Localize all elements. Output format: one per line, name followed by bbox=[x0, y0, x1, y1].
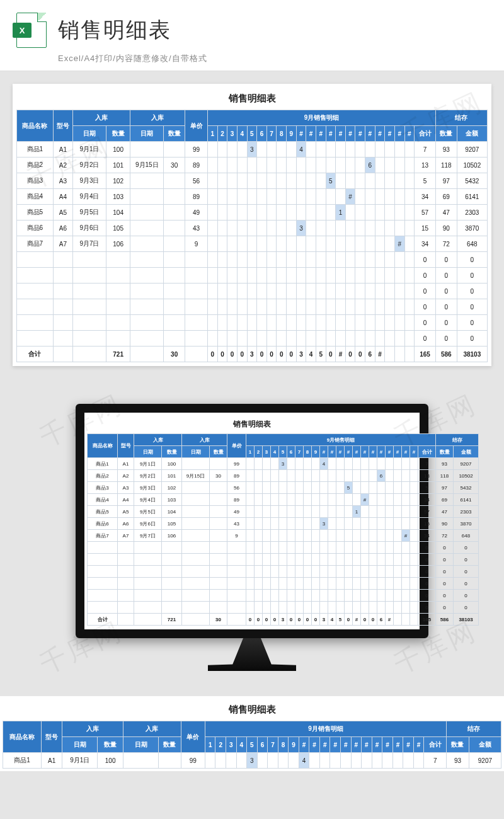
cell-day bbox=[353, 566, 361, 578]
cell-day bbox=[385, 189, 395, 205]
cell-day bbox=[266, 158, 277, 173]
cell-day bbox=[386, 554, 394, 566]
cell-model: A6 bbox=[53, 220, 72, 236]
th-stock-amt: 金额 bbox=[469, 737, 501, 753]
cell-day bbox=[345, 602, 353, 614]
cell-day bbox=[385, 252, 395, 268]
cell-day bbox=[404, 173, 415, 189]
cell-day bbox=[365, 189, 375, 205]
cell-day bbox=[287, 331, 297, 346]
cell-sum: 0 bbox=[415, 315, 436, 331]
cell-day bbox=[304, 470, 312, 482]
cell-day bbox=[271, 602, 279, 614]
cell-day bbox=[295, 530, 304, 542]
cell-day bbox=[295, 602, 304, 614]
cell-day bbox=[246, 506, 255, 518]
cell-day bbox=[377, 590, 386, 602]
th-day: 7 bbox=[268, 737, 278, 753]
cell-day bbox=[208, 331, 218, 346]
th-day: # bbox=[394, 446, 402, 458]
th-date: 日期 bbox=[182, 446, 210, 458]
cell-date1: 9月2日 bbox=[72, 158, 106, 173]
cell-day bbox=[304, 458, 312, 470]
cell-day bbox=[336, 458, 345, 470]
table-row: 000 bbox=[17, 315, 488, 331]
cell-day bbox=[306, 158, 316, 173]
cell-day bbox=[375, 252, 385, 268]
cell-date2 bbox=[130, 236, 164, 252]
table-title: 销售明细表 bbox=[87, 416, 417, 433]
cell-day bbox=[227, 252, 238, 268]
cell-day bbox=[287, 554, 295, 566]
cell-qty1: 104 bbox=[106, 205, 130, 220]
cell-day bbox=[402, 458, 410, 470]
cell-stock-qty: 97 bbox=[436, 482, 454, 494]
th-day: # bbox=[365, 126, 375, 142]
th-day: 9 bbox=[287, 126, 297, 142]
cell-day bbox=[215, 753, 226, 769]
cell-day bbox=[394, 578, 402, 590]
cell-day bbox=[306, 173, 316, 189]
cell-day bbox=[369, 590, 377, 602]
th-date: 日期 bbox=[130, 126, 164, 142]
cell-day bbox=[316, 189, 326, 205]
th-day: 1 bbox=[246, 446, 255, 458]
th-day: # bbox=[320, 446, 328, 458]
cell-qty2 bbox=[164, 299, 185, 315]
cell-name: 商品1 bbox=[88, 458, 118, 470]
cell-day: 4 bbox=[299, 753, 309, 769]
th-month: 9月销售明细 bbox=[246, 434, 436, 446]
cell-day: 1 bbox=[336, 205, 346, 220]
cell-day bbox=[227, 205, 238, 220]
cell-day bbox=[287, 470, 295, 482]
cell-day bbox=[375, 173, 385, 189]
cell-sum: 0 bbox=[418, 542, 436, 554]
cell-day bbox=[271, 494, 279, 506]
cell-day bbox=[237, 315, 247, 331]
cell-price: 99 bbox=[227, 458, 246, 470]
th-in1: 入库 bbox=[72, 110, 130, 126]
cell-name bbox=[88, 602, 118, 614]
cell-day bbox=[369, 458, 377, 470]
cell-day bbox=[277, 268, 287, 284]
cell-day bbox=[345, 284, 355, 299]
cell-day bbox=[328, 554, 336, 566]
th-stock-amt: 金额 bbox=[454, 446, 479, 458]
th-day: 3 bbox=[226, 737, 237, 753]
cell-qty2 bbox=[164, 205, 185, 220]
cell-day bbox=[287, 506, 295, 518]
cell-day bbox=[316, 268, 326, 284]
cell-total-day: 6 bbox=[365, 346, 375, 362]
cell-price bbox=[185, 315, 207, 331]
cell-day bbox=[336, 220, 346, 236]
cell-day: 3 bbox=[296, 220, 306, 236]
cell-day bbox=[410, 602, 418, 614]
th-day: 6 bbox=[287, 446, 295, 458]
th-day: 4 bbox=[237, 126, 247, 142]
cell-date1: 9月4日 bbox=[72, 189, 106, 205]
th-stock: 结存 bbox=[447, 721, 501, 737]
cell-model: A2 bbox=[53, 158, 72, 173]
cell-day bbox=[377, 518, 386, 530]
cell-model bbox=[53, 268, 72, 284]
th-day: # bbox=[319, 737, 330, 753]
cell-model bbox=[118, 542, 134, 554]
cell-day bbox=[304, 530, 312, 542]
cell-date1: 9月3日 bbox=[72, 173, 106, 189]
cell-name bbox=[17, 284, 54, 299]
cell-day bbox=[394, 458, 402, 470]
cell-name: 商品2 bbox=[17, 158, 54, 173]
cell-day bbox=[279, 470, 287, 482]
cell-stock-qty: 0 bbox=[435, 331, 457, 346]
th-price: 单价 bbox=[185, 110, 207, 142]
cell-day bbox=[287, 236, 297, 252]
cell-stock-amt: 3870 bbox=[457, 220, 487, 236]
cell-day: # bbox=[345, 189, 355, 205]
th-day: # bbox=[353, 446, 361, 458]
cell-date1 bbox=[134, 554, 162, 566]
cell-day: 4 bbox=[296, 142, 306, 158]
cell-stock-qty: 0 bbox=[436, 602, 454, 614]
cell-day bbox=[271, 518, 279, 530]
cell-total-day bbox=[402, 614, 410, 626]
th-day: # bbox=[326, 126, 336, 142]
